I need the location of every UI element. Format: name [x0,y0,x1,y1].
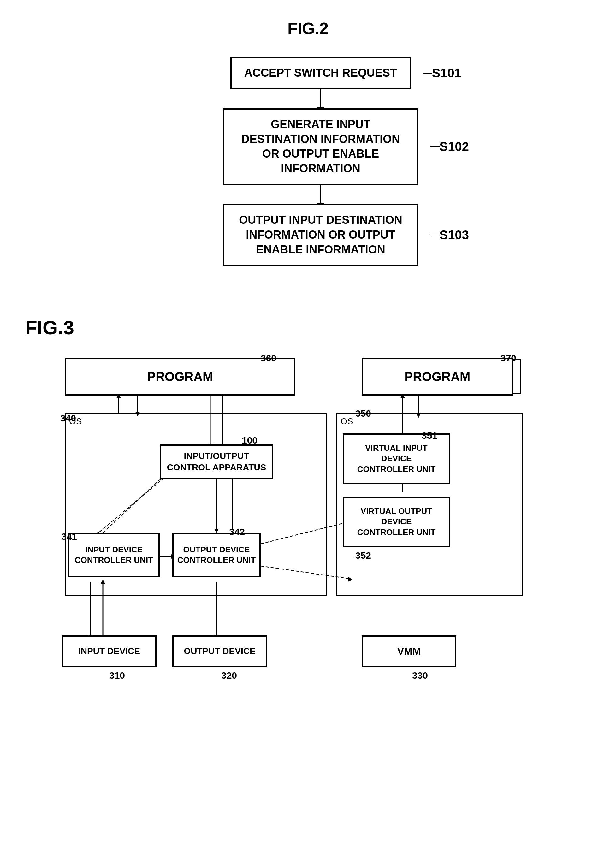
ref-360: 360 [261,353,276,364]
step-s101-label: S101 [432,66,461,80]
fig2-title: FIG.2 [25,19,591,38]
ref-342: 342 [229,527,245,537]
step-s103-box: OUTPUT INPUT DESTINATION INFORMATION OR … [223,204,418,266]
fig3-diagram: PROGRAM 360 PROGRAM 370 OS 340 [40,351,576,730]
step-s102: GENERATE INPUT DESTINATION INFORMATION O… [223,108,418,185]
vidcu-351-box: VIRTUAL INPUTDEVICECONTROLLER UNIT [343,434,450,484]
os-350-label: OS [341,416,353,426]
ref-341: 341 [61,531,77,542]
fig3-section: FIG.3 [25,316,591,730]
vmm-box: VMM [362,636,456,667]
step-s102-box: GENERATE INPUT DESTINATION INFORMATION O… [223,108,418,185]
arrow-2 [320,185,321,204]
ref-370: 370 [500,353,516,364]
ref-100: 100 [242,435,258,446]
ref-330: 330 [412,670,428,681]
ref-320: 320 [221,670,237,681]
arrow-1 [320,89,321,108]
step-s103-label: S103 [439,228,469,242]
bracket-right-370 [512,359,521,394]
flowchart: ACCEPT SWITCH REQUEST S101 GENERATE INPU… [50,57,591,266]
step-s101-box: ACCEPT SWITCH REQUEST [230,57,411,89]
input-device-box: INPUT DEVICE [62,636,157,667]
fig3-title: FIG.3 [25,316,591,339]
ref-340: 340 [60,413,76,424]
ioc-100-box: INPUT/OUTPUTCONTROL APPARATUS [160,444,273,479]
program-370-box: PROGRAM [362,358,513,396]
vodcu-352-box: VIRTUAL OUTPUTDEVICECONTROLLER UNIT [343,497,450,547]
idcu-341-box: INPUT DEVICECONTROLLER UNIT [68,533,160,577]
odcu-342-box: OUTPUT DEVICECONTROLLER UNIT [172,533,261,577]
ref-350: 350 [355,408,371,419]
ref-351: 351 [421,430,437,441]
fig2-section: FIG.2 ACCEPT SWITCH REQUEST S101 GENERAT… [25,19,591,266]
step-s102-label: S102 [439,139,469,154]
ref-352: 352 [355,550,371,561]
output-device-box: OUTPUT DEVICE [172,636,267,667]
ref-310: 310 [109,670,125,681]
step-s103: OUTPUT INPUT DESTINATION INFORMATION OR … [223,204,418,266]
step-s101: ACCEPT SWITCH REQUEST S101 [230,57,411,89]
